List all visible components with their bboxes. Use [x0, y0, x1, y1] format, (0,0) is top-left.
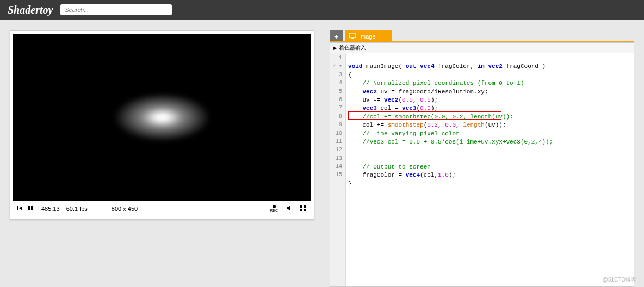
monitor-icon: [349, 33, 356, 40]
svg-rect-6: [293, 207, 293, 209]
line-gutter: 12 ▾3456789101112131415: [330, 53, 346, 286]
svg-marker-4: [287, 205, 290, 211]
code-line[interactable]: col += smoothstep(0.2, 0.0, length(uv));: [348, 121, 631, 129]
code-line[interactable]: void mainImage( out vec4 fragColor, in v…: [348, 63, 631, 71]
svg-marker-1: [19, 206, 22, 210]
code-content[interactable]: void mainImage( out vec4 fragColor, in v…: [346, 53, 634, 286]
watermark: @51CTO博客: [603, 276, 636, 284]
search-input[interactable]: [60, 4, 172, 15]
triangle-icon: ▶: [333, 46, 337, 51]
code-editor[interactable]: 12 ▾3456789101112131415 void mainImage( …: [330, 53, 634, 287]
svg-rect-8: [300, 205, 302, 208]
tab-image[interactable]: Image: [345, 30, 392, 42]
code-line[interactable]: {: [348, 71, 631, 79]
volume-button[interactable]: [287, 205, 294, 213]
add-tab-button[interactable]: +: [330, 30, 343, 42]
svg-rect-11: [304, 209, 306, 211]
code-line[interactable]: [348, 146, 631, 154]
svg-rect-0: [17, 206, 18, 210]
main-area: 485.13 60.1 fps 800 x 450 REC +: [0, 20, 644, 287]
code-line[interactable]: // Time varying pixel color: [348, 130, 631, 138]
player-frame: 485.13 60.1 fps 800 x 450 REC: [10, 30, 314, 220]
render-output: [113, 93, 211, 142]
svg-rect-12: [349, 33, 356, 38]
code-line[interactable]: vec2 uv = fragCoord/iResolution.xy;: [348, 88, 631, 96]
fps-display: 60.1 fps: [66, 205, 88, 212]
pause-button[interactable]: [27, 205, 34, 212]
code-line[interactable]: vec3 col = vec3(0.0);: [348, 104, 631, 113]
code-line[interactable]: // Output to screen: [348, 163, 631, 171]
tab-label: Image: [359, 33, 376, 40]
svg-rect-3: [31, 206, 33, 210]
svg-rect-7: [294, 208, 294, 209]
player-controls: 485.13 60.1 fps 800 x 450 REC: [13, 201, 311, 216]
player-panel: 485.13 60.1 fps 800 x 450 REC: [10, 30, 314, 287]
record-button[interactable]: REC: [270, 205, 278, 213]
top-bar: Shadertoy: [0, 0, 644, 20]
svg-rect-5: [292, 207, 292, 210]
time-display: 485.13: [41, 205, 60, 212]
shader-canvas[interactable]: [13, 34, 311, 201]
record-icon: [273, 205, 276, 208]
code-line[interactable]: fragColor = vec4(col,1.0);: [348, 171, 631, 179]
shader-inputs-label: 着色器输入: [339, 44, 366, 52]
resolution-display: 800 x 450: [112, 205, 138, 212]
svg-rect-2: [28, 206, 30, 210]
code-line[interactable]: [348, 155, 631, 163]
fullscreen-button[interactable]: [300, 205, 306, 213]
code-line[interactable]: // Normalized pixel coordinates (from 0 …: [348, 79, 631, 88]
svg-rect-10: [300, 209, 302, 211]
svg-rect-9: [304, 205, 306, 208]
logo[interactable]: Shadertoy: [8, 4, 53, 16]
editor-panel: + Image ▶ 着色器输入 12 ▾3456789101112131415 …: [330, 30, 634, 287]
tab-bar: + Image: [330, 30, 634, 42]
code-line[interactable]: //col += smoothstep(0.0, 0.2, length(uv)…: [348, 113, 631, 121]
code-line[interactable]: }: [348, 180, 631, 188]
rewind-button[interactable]: [16, 205, 24, 212]
svg-rect-13: [351, 38, 354, 39]
shader-inputs-bar[interactable]: ▶ 着色器输入: [330, 42, 634, 53]
code-line[interactable]: uv -= vec2(0.5, 0.5);: [348, 96, 631, 104]
code-line[interactable]: //vec3 col = 0.5 + 0.5*cos(iTime+uv.xyx+…: [348, 138, 631, 146]
